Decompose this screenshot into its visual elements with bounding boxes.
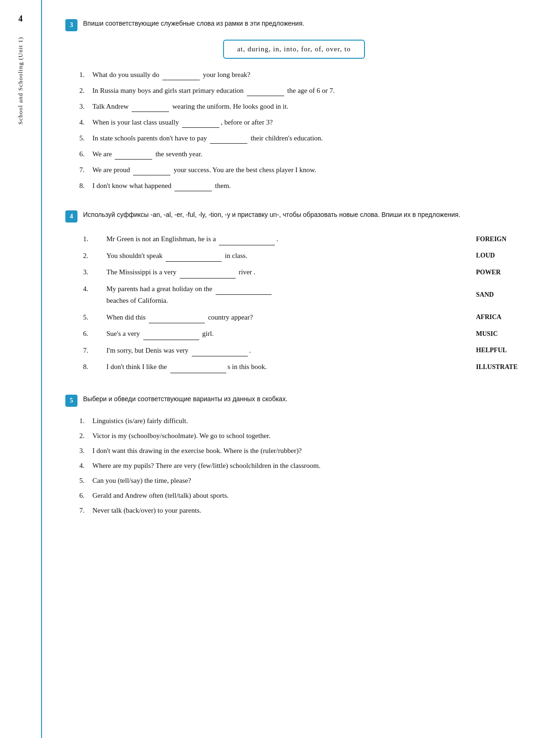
row-word: ILLUSTRATE: [462, 359, 523, 376]
blank: [192, 356, 248, 356]
row-num: 5.: [79, 309, 103, 326]
row-num: 1.: [79, 231, 103, 248]
blank: [133, 175, 170, 175]
list-item: 5. In state schools parents don't have t…: [79, 132, 523, 144]
blank: [219, 245, 275, 245]
exercise-3-header: 3 Впиши соответствующие служебные слова …: [65, 19, 523, 31]
exercise-4: 4 Используй суффиксы -an, -al, -er, -ful…: [65, 210, 523, 376]
exercise-3-list: 1. What do you usually do your long brea…: [79, 69, 523, 191]
list-item: 1. Linguistics (is/are) fairly difficult…: [79, 415, 523, 426]
exercise-3-num: 3: [65, 19, 77, 31]
exercise-5-header: 5 Выбери и обведи соответствующие вариан…: [65, 394, 523, 407]
exercise-5-list: 1. Linguistics (is/are) fairly difficult…: [79, 415, 523, 516]
exercise-5-instruction: Выбери и обведи соответствующие варианты…: [83, 394, 287, 404]
blank: [180, 278, 236, 278]
blank: [170, 373, 226, 373]
row-num: 6.: [79, 326, 103, 342]
blank: [216, 294, 272, 295]
blank: [143, 340, 199, 340]
blank: [132, 111, 169, 112]
row-text: My parents had a great holiday on the be…: [103, 281, 462, 309]
sidebar-label: School and Schooling (Unit 1): [16, 37, 25, 125]
exercise-3: 3 Впиши соответствующие служебные слова …: [65, 19, 523, 191]
row-word: SAND: [462, 281, 523, 309]
row-text: When did this country appear?: [103, 309, 462, 326]
table-row: 3. The Mississippi is a very river . POW…: [79, 264, 523, 281]
row-num: 3.: [79, 264, 103, 281]
blank: [149, 323, 205, 323]
table-row: 5. When did this country appear? AFRICA: [79, 309, 523, 326]
list-item: 3. I don't want this drawing in the exer…: [79, 445, 523, 456]
blank: [162, 80, 200, 80]
row-text: I'm sorry, but Denis was very .: [103, 342, 462, 359]
list-item: 3. Talk Andrew wearing the uniform. He l…: [79, 101, 523, 112]
exercise-5: 5 Выбери и обведи соответствующие вариан…: [65, 394, 523, 516]
row-text: You shouldn't speak in class.: [103, 248, 462, 265]
row-text: Mr Green is not an Englishman, he is a .: [103, 231, 462, 248]
row-num: 7.: [79, 342, 103, 359]
list-item: 4. Where are my pupils? There are very (…: [79, 460, 523, 471]
table-row: 7. I'm sorry, but Denis was very . HELPF…: [79, 342, 523, 359]
blank: [247, 96, 284, 96]
blank: [115, 159, 152, 160]
row-text: Sue's a very girl.: [103, 326, 462, 342]
row-word: HELPFUL: [462, 342, 523, 359]
blank: [166, 261, 222, 262]
table-row: 4. My parents had a great holiday on the…: [79, 281, 523, 309]
row-word: MUSIC: [462, 326, 523, 342]
table-row: 2. You shouldn't speak in class. LOUD: [79, 248, 523, 265]
list-item: 6. Gerald and Andrew often (tell/talk) a…: [79, 490, 523, 501]
list-item: 2. In Russia many boys and girls start p…: [79, 85, 523, 96]
exercise-4-instruction: Используй суффиксы -an, -al, -er, -ful, …: [83, 210, 460, 220]
blank: [182, 127, 219, 128]
row-text: The Mississippi is a very river .: [103, 264, 462, 281]
row-num: 8.: [79, 359, 103, 376]
list-item: 8. I don't know what happened them.: [79, 180, 523, 191]
table-row: 6. Sue's a very girl. MUSIC: [79, 326, 523, 342]
row-word: POWER: [462, 264, 523, 281]
exercise-4-header: 4 Используй суффиксы -an, -al, -er, -ful…: [65, 210, 523, 223]
exercise-4-num: 4: [65, 210, 77, 223]
list-item: 7. We are proud your success. You are th…: [79, 164, 523, 175]
list-item: 2. Victor is my (schoolboy/schoolmate). …: [79, 430, 523, 441]
row-word: LOUD: [462, 248, 523, 265]
exercise-5-num: 5: [65, 395, 77, 407]
table-row: 1. Mr Green is not an Englishman, he is …: [79, 231, 523, 248]
blank: [175, 191, 212, 191]
exercise-4-table: 1. Mr Green is not an Englishman, he is …: [79, 231, 523, 376]
sidebar: 4 School and Schooling (Unit 1): [0, 0, 42, 738]
row-word: AFRICA: [462, 309, 523, 326]
exercise-3-instruction: Впиши соответствующие служебные слова из…: [83, 19, 304, 28]
main-content: 3 Впиши соответствующие служебные слова …: [42, 0, 560, 738]
row-text: I don't think I like the s in this book.: [103, 359, 462, 376]
list-item: 5. Can you (tell/say) the time, please?: [79, 475, 523, 486]
page-number: 4: [19, 14, 23, 24]
list-item: 4. When is your last class usually , bef…: [79, 117, 523, 128]
row-num: 4.: [79, 281, 103, 309]
row-word: FOREIGN: [462, 231, 523, 248]
list-item: 7. Never talk (back/over) to your parent…: [79, 505, 523, 516]
blank: [210, 143, 247, 144]
list-item: 1. What do you usually do your long brea…: [79, 69, 523, 80]
list-item: 6. We are the seventh year.: [79, 148, 523, 160]
row-num: 2.: [79, 248, 103, 265]
table-row: 8. I don't think I like the s in this bo…: [79, 359, 523, 376]
word-box: at, during, in, into, for, of, over, to: [223, 40, 365, 59]
